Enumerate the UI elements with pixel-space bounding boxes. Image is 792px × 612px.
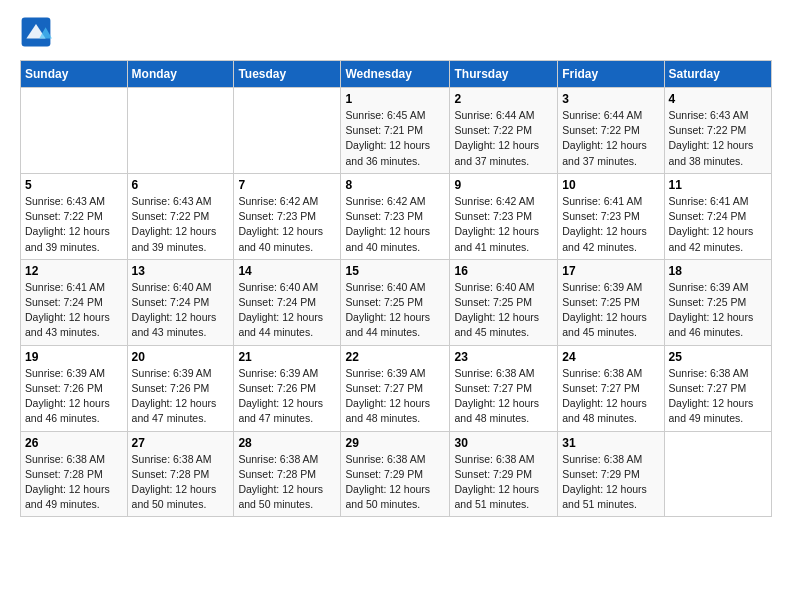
- calendar-cell: 6Sunrise: 6:43 AM Sunset: 7:22 PM Daylig…: [127, 173, 234, 259]
- day-info: Sunrise: 6:40 AM Sunset: 7:24 PM Dayligh…: [238, 280, 336, 341]
- day-info: Sunrise: 6:38 AM Sunset: 7:28 PM Dayligh…: [132, 452, 230, 513]
- day-number: 17: [562, 264, 659, 278]
- day-info: Sunrise: 6:43 AM Sunset: 7:22 PM Dayligh…: [25, 194, 123, 255]
- day-number: 23: [454, 350, 553, 364]
- calendar-cell: [127, 88, 234, 174]
- calendar-cell: 5Sunrise: 6:43 AM Sunset: 7:22 PM Daylig…: [21, 173, 128, 259]
- day-info: Sunrise: 6:42 AM Sunset: 7:23 PM Dayligh…: [454, 194, 553, 255]
- day-info: Sunrise: 6:38 AM Sunset: 7:28 PM Dayligh…: [25, 452, 123, 513]
- day-number: 30: [454, 436, 553, 450]
- calendar-cell: 19Sunrise: 6:39 AM Sunset: 7:26 PM Dayli…: [21, 345, 128, 431]
- day-number: 29: [345, 436, 445, 450]
- logo: [20, 16, 56, 48]
- day-info: Sunrise: 6:42 AM Sunset: 7:23 PM Dayligh…: [345, 194, 445, 255]
- day-number: 2: [454, 92, 553, 106]
- day-number: 4: [669, 92, 767, 106]
- calendar-cell: [234, 88, 341, 174]
- calendar-cell: 17Sunrise: 6:39 AM Sunset: 7:25 PM Dayli…: [558, 259, 664, 345]
- day-number: 11: [669, 178, 767, 192]
- page: SundayMondayTuesdayWednesdayThursdayFrid…: [0, 0, 792, 533]
- day-number: 18: [669, 264, 767, 278]
- calendar-table: SundayMondayTuesdayWednesdayThursdayFrid…: [20, 60, 772, 517]
- day-number: 12: [25, 264, 123, 278]
- calendar-cell: 20Sunrise: 6:39 AM Sunset: 7:26 PM Dayli…: [127, 345, 234, 431]
- calendar-cell: 29Sunrise: 6:38 AM Sunset: 7:29 PM Dayli…: [341, 431, 450, 517]
- day-info: Sunrise: 6:39 AM Sunset: 7:26 PM Dayligh…: [25, 366, 123, 427]
- calendar-cell: 25Sunrise: 6:38 AM Sunset: 7:27 PM Dayli…: [664, 345, 771, 431]
- day-info: Sunrise: 6:39 AM Sunset: 7:25 PM Dayligh…: [562, 280, 659, 341]
- day-info: Sunrise: 6:45 AM Sunset: 7:21 PM Dayligh…: [345, 108, 445, 169]
- day-info: Sunrise: 6:41 AM Sunset: 7:24 PM Dayligh…: [25, 280, 123, 341]
- calendar-cell: 18Sunrise: 6:39 AM Sunset: 7:25 PM Dayli…: [664, 259, 771, 345]
- calendar-cell: 31Sunrise: 6:38 AM Sunset: 7:29 PM Dayli…: [558, 431, 664, 517]
- day-number: 21: [238, 350, 336, 364]
- day-number: 20: [132, 350, 230, 364]
- calendar-week-row: 26Sunrise: 6:38 AM Sunset: 7:28 PM Dayli…: [21, 431, 772, 517]
- day-number: 22: [345, 350, 445, 364]
- calendar-cell: 11Sunrise: 6:41 AM Sunset: 7:24 PM Dayli…: [664, 173, 771, 259]
- weekday-header: Monday: [127, 61, 234, 88]
- day-number: 6: [132, 178, 230, 192]
- day-info: Sunrise: 6:41 AM Sunset: 7:23 PM Dayligh…: [562, 194, 659, 255]
- day-number: 27: [132, 436, 230, 450]
- day-number: 3: [562, 92, 659, 106]
- calendar-cell: 23Sunrise: 6:38 AM Sunset: 7:27 PM Dayli…: [450, 345, 558, 431]
- day-number: 7: [238, 178, 336, 192]
- day-number: 5: [25, 178, 123, 192]
- calendar-cell: 9Sunrise: 6:42 AM Sunset: 7:23 PM Daylig…: [450, 173, 558, 259]
- calendar-cell: 13Sunrise: 6:40 AM Sunset: 7:24 PM Dayli…: [127, 259, 234, 345]
- day-number: 25: [669, 350, 767, 364]
- day-number: 13: [132, 264, 230, 278]
- day-info: Sunrise: 6:42 AM Sunset: 7:23 PM Dayligh…: [238, 194, 336, 255]
- day-info: Sunrise: 6:38 AM Sunset: 7:27 PM Dayligh…: [454, 366, 553, 427]
- calendar-cell: 4Sunrise: 6:43 AM Sunset: 7:22 PM Daylig…: [664, 88, 771, 174]
- day-number: 31: [562, 436, 659, 450]
- logo-icon: [20, 16, 52, 48]
- calendar-cell: 21Sunrise: 6:39 AM Sunset: 7:26 PM Dayli…: [234, 345, 341, 431]
- day-info: Sunrise: 6:44 AM Sunset: 7:22 PM Dayligh…: [562, 108, 659, 169]
- day-number: 24: [562, 350, 659, 364]
- day-info: Sunrise: 6:38 AM Sunset: 7:27 PM Dayligh…: [562, 366, 659, 427]
- weekday-header: Wednesday: [341, 61, 450, 88]
- day-number: 26: [25, 436, 123, 450]
- day-info: Sunrise: 6:38 AM Sunset: 7:28 PM Dayligh…: [238, 452, 336, 513]
- calendar-cell: 1Sunrise: 6:45 AM Sunset: 7:21 PM Daylig…: [341, 88, 450, 174]
- weekday-header: Sunday: [21, 61, 128, 88]
- calendar-week-row: 19Sunrise: 6:39 AM Sunset: 7:26 PM Dayli…: [21, 345, 772, 431]
- day-info: Sunrise: 6:39 AM Sunset: 7:27 PM Dayligh…: [345, 366, 445, 427]
- day-info: Sunrise: 6:41 AM Sunset: 7:24 PM Dayligh…: [669, 194, 767, 255]
- calendar-cell: 16Sunrise: 6:40 AM Sunset: 7:25 PM Dayli…: [450, 259, 558, 345]
- day-number: 28: [238, 436, 336, 450]
- day-info: Sunrise: 6:43 AM Sunset: 7:22 PM Dayligh…: [669, 108, 767, 169]
- calendar-cell: 14Sunrise: 6:40 AM Sunset: 7:24 PM Dayli…: [234, 259, 341, 345]
- calendar-body: 1Sunrise: 6:45 AM Sunset: 7:21 PM Daylig…: [21, 88, 772, 517]
- day-number: 10: [562, 178, 659, 192]
- calendar-week-row: 5Sunrise: 6:43 AM Sunset: 7:22 PM Daylig…: [21, 173, 772, 259]
- calendar-cell: 24Sunrise: 6:38 AM Sunset: 7:27 PM Dayli…: [558, 345, 664, 431]
- calendar-cell: [664, 431, 771, 517]
- calendar-cell: 15Sunrise: 6:40 AM Sunset: 7:25 PM Dayli…: [341, 259, 450, 345]
- day-number: 15: [345, 264, 445, 278]
- day-info: Sunrise: 6:39 AM Sunset: 7:26 PM Dayligh…: [132, 366, 230, 427]
- calendar-cell: 27Sunrise: 6:38 AM Sunset: 7:28 PM Dayli…: [127, 431, 234, 517]
- calendar-cell: 28Sunrise: 6:38 AM Sunset: 7:28 PM Dayli…: [234, 431, 341, 517]
- weekday-header: Tuesday: [234, 61, 341, 88]
- weekday-header: Thursday: [450, 61, 558, 88]
- day-info: Sunrise: 6:40 AM Sunset: 7:24 PM Dayligh…: [132, 280, 230, 341]
- weekday-header: Friday: [558, 61, 664, 88]
- calendar-cell: 26Sunrise: 6:38 AM Sunset: 7:28 PM Dayli…: [21, 431, 128, 517]
- calendar-week-row: 12Sunrise: 6:41 AM Sunset: 7:24 PM Dayli…: [21, 259, 772, 345]
- calendar-cell: [21, 88, 128, 174]
- calendar-cell: 7Sunrise: 6:42 AM Sunset: 7:23 PM Daylig…: [234, 173, 341, 259]
- day-number: 16: [454, 264, 553, 278]
- calendar-cell: 8Sunrise: 6:42 AM Sunset: 7:23 PM Daylig…: [341, 173, 450, 259]
- day-info: Sunrise: 6:44 AM Sunset: 7:22 PM Dayligh…: [454, 108, 553, 169]
- calendar-cell: 10Sunrise: 6:41 AM Sunset: 7:23 PM Dayli…: [558, 173, 664, 259]
- day-info: Sunrise: 6:40 AM Sunset: 7:25 PM Dayligh…: [454, 280, 553, 341]
- day-info: Sunrise: 6:38 AM Sunset: 7:27 PM Dayligh…: [669, 366, 767, 427]
- calendar-cell: 12Sunrise: 6:41 AM Sunset: 7:24 PM Dayli…: [21, 259, 128, 345]
- day-number: 1: [345, 92, 445, 106]
- weekday-header: Saturday: [664, 61, 771, 88]
- day-number: 14: [238, 264, 336, 278]
- day-info: Sunrise: 6:38 AM Sunset: 7:29 PM Dayligh…: [454, 452, 553, 513]
